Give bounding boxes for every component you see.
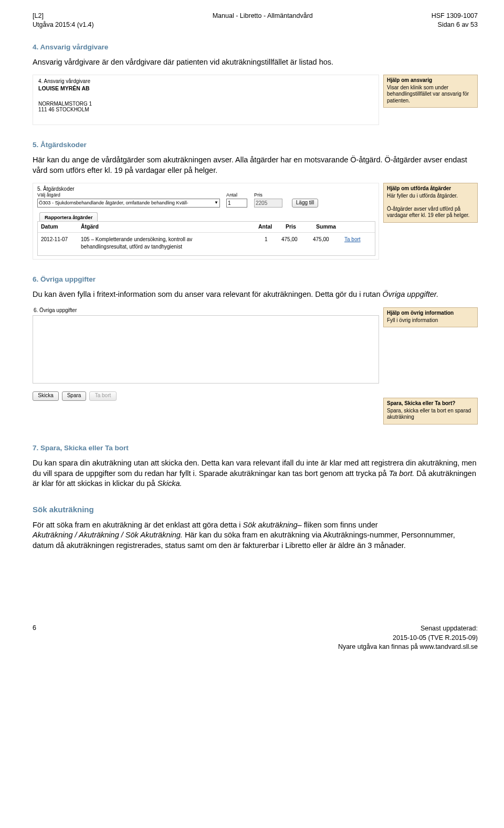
col-pris: Pris <box>286 223 296 230</box>
panel-4-addr2: 111 46 STOCKHOLM <box>38 107 373 112</box>
help-5-line1: Här fyller du i utförda åtgärder. <box>387 193 458 199</box>
embed-section-4: 4. Ansvarig vårdgivare LOUISE MYRÉN AB N… <box>33 75 478 127</box>
input-pris <box>254 199 282 208</box>
chevron-down-icon: ▼ <box>214 200 218 205</box>
input-antal[interactable] <box>226 199 247 208</box>
help-box-4: Hjälp om ansvarig Visar den klinik som u… <box>383 75 478 108</box>
col-atgard: Åtgärd <box>81 223 99 230</box>
row-pris: 475,00 <box>281 236 298 242</box>
help-4-title: Hjälp om ansvarig <box>387 77 474 84</box>
embed-section-6: 6. Övriga uppgifter Hjälp om övrig infor… <box>33 307 478 423</box>
page-footer: 6 Senast uppdaterad: 2015-10-05 (TVE R.2… <box>33 624 478 652</box>
panel-6-head: 6. Övriga uppgifter <box>34 307 77 313</box>
footer-r2: 2015-10-05 (TVE R.2015-09) <box>338 634 478 643</box>
col-antal: Antal <box>258 223 272 230</box>
section-5-title: 5. Åtgärdskoder <box>33 141 478 149</box>
page-header: [L2] Utgåva 2015:4 (v1.4) Manual - Libre… <box>33 12 478 29</box>
tab-rapportera[interactable]: Rapportera åtgärder <box>39 212 98 222</box>
help-box-6b: Spara, Skicka eller Ta bort? Spara, skic… <box>383 398 478 425</box>
help-4-text: Visar den klinik som under behandlingsti… <box>387 85 469 104</box>
footer-r3: Nyare utgåva kan finnas på www.tandvard.… <box>338 643 478 652</box>
spara-button[interactable]: Spara <box>62 391 86 401</box>
add-button[interactable]: Lägg till <box>292 199 318 208</box>
select-atgard[interactable]: Ö303 - Sjukdomsbehandlande åtgärder, omf… <box>37 199 220 208</box>
section-5-text: Här kan du ange de vårdåtgärder som akut… <box>33 155 478 175</box>
help-5-title: Hjälp om utförda åtgärder <box>387 185 474 192</box>
help-6b-text: Spara, skicka eller ta bort en sparad ak… <box>387 408 471 420</box>
panel-5-head: 5. Åtgärdskoder <box>37 186 374 192</box>
section-7-title: 7. Spara, Skicka eller Ta bort <box>33 444 478 452</box>
panel-4-addr1: NORRMALMSTORG 1 <box>38 101 373 107</box>
section-7-text: Du kan spara din akuträkning utan att sk… <box>33 458 478 489</box>
tabort-button: Ta bort <box>89 391 117 401</box>
section-6-title: 6. Övriga uppgifter <box>33 275 478 283</box>
row-desc2: behandlingsresultat, utförd av tandhygie… <box>81 244 182 250</box>
table-row: 2012-11-07 105 – Kompletterande undersök… <box>38 233 375 256</box>
section-4-title: 4. Ansvarig vårdgivare <box>33 43 478 51</box>
help-6-text: Fyll i övrig information <box>387 317 438 323</box>
panel-4-head: 4. Ansvarig vårdgivare <box>38 78 373 84</box>
textarea-ovriga[interactable] <box>33 315 379 384</box>
col-summa: Summa <box>316 223 336 230</box>
help-box-6: Hjälp om övrig information Fyll i övrig … <box>383 307 478 327</box>
help-6b-title: Spara, Skicka eller Ta bort? <box>387 400 474 407</box>
help-box-5: Hjälp om utförda åtgärder Här fyller du … <box>383 183 478 223</box>
label-antal: Antal <box>226 192 237 198</box>
footer-r1: Senast uppdaterad: <box>338 624 478 634</box>
search-text: För att söka fram en akuträkning är det … <box>33 520 478 551</box>
header-right-top: HSF 1309-1007 <box>432 12 478 20</box>
embed-section-5: 5. Åtgärdskoder Välj åtgärd Ö303 - Sjukd… <box>33 183 478 262</box>
label-pris: Pris <box>254 192 262 198</box>
search-title: Sök akuträkning <box>33 505 478 514</box>
skicka-button[interactable]: Skicka <box>33 391 59 401</box>
footer-page-no: 6 <box>33 624 36 652</box>
row-desc1: 105 – Kompletterande undersökning, kontr… <box>81 236 192 242</box>
label-valj: Välj åtgärd <box>37 192 60 198</box>
section-6-text: Du kan även fylla i fritext-information … <box>33 289 478 300</box>
header-right-bottom: Sidan 6 av 53 <box>432 20 478 29</box>
col-datum: Datum <box>41 223 58 230</box>
header-left-top: [L2] <box>33 12 94 20</box>
row-summa: 475,00 <box>313 236 329 242</box>
row-date: 2012-11-07 <box>41 236 68 242</box>
help-6-title: Hjälp om övrig information <box>387 310 474 317</box>
header-center: Manual - Libretto - Allmäntandvård <box>213 12 313 29</box>
panel-4-org: LOUISE MYRÉN AB <box>38 85 373 91</box>
section-4-text: Ansvarig vårdgivare är den vårdgivare dä… <box>33 57 478 68</box>
row-delete-link[interactable]: Ta bort <box>344 236 361 242</box>
row-antal: 1 <box>265 236 268 242</box>
header-left-bottom: Utgåva 2015:4 (v1.4) <box>33 20 94 29</box>
help-5-line2: Ö-åtgärder avser vård utförd på vardagar… <box>387 206 469 219</box>
